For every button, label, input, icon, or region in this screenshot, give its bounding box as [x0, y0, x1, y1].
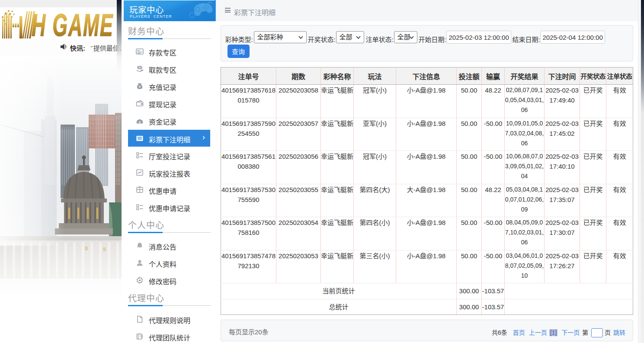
svg-text:¥: ¥ — [139, 85, 141, 88]
svg-text:H GAME: H GAME — [32, 8, 114, 39]
svg-text:¥: ¥ — [139, 121, 141, 124]
